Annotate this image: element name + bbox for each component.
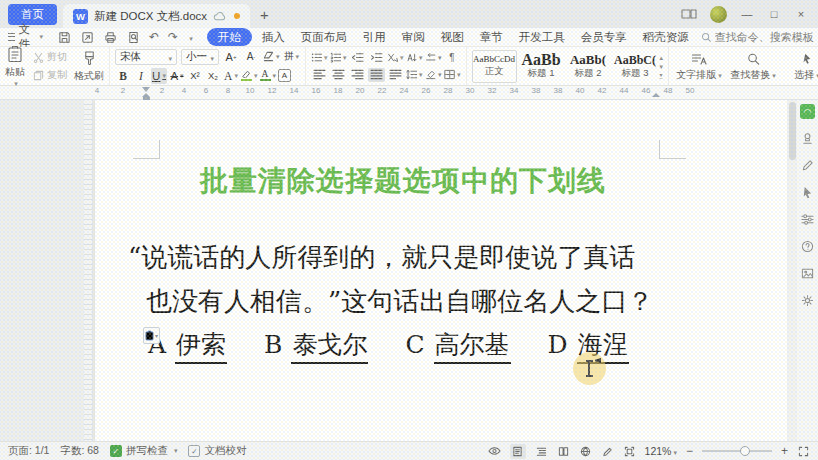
numbered-list-icon[interactable]: [330, 51, 347, 65]
edit-pen-icon[interactable]: [800, 158, 815, 173]
decrease-indent-icon[interactable]: [349, 51, 366, 65]
new-tab-button[interactable]: +: [260, 6, 269, 23]
highlight-color-button[interactable]: [241, 68, 258, 84]
style-card[interactable]: AaBb( 标题 2: [566, 50, 611, 83]
zoom-in-button[interactable]: +: [781, 444, 788, 458]
select-cursor-icon[interactable]: [800, 185, 815, 200]
ribbon-tab[interactable]: 开始: [207, 28, 252, 46]
stamp-icon[interactable]: [800, 131, 815, 146]
export-icon[interactable]: [80, 30, 94, 44]
zoom-out-button[interactable]: −: [686, 444, 693, 458]
cut-button[interactable]: 剪切: [32, 50, 67, 64]
print-icon[interactable]: [103, 30, 117, 44]
paste-options-button[interactable]: ▾: [143, 327, 160, 344]
web-view-icon[interactable]: [579, 445, 592, 458]
fullscreen-icon[interactable]: [797, 445, 810, 458]
save-icon[interactable]: [57, 30, 71, 44]
ribbon-tab[interactable]: 页面布局: [293, 29, 355, 46]
bullet-list-icon[interactable]: [311, 51, 328, 65]
align-right-icon[interactable]: [349, 68, 366, 82]
outline-view-icon[interactable]: [535, 445, 548, 458]
font-color-button[interactable]: A: [260, 68, 277, 84]
style-card[interactable]: AaBb 标题 1: [519, 50, 564, 83]
document-page[interactable]: 批量清除选择题选项中的下划线 “说谎话的人所得到的，就只是即使说了真话 也没有人…: [95, 100, 787, 441]
increase-font-icon[interactable]: A+: [223, 49, 239, 65]
align-left-icon[interactable]: [311, 68, 328, 82]
superscript-button[interactable]: X²: [187, 68, 203, 84]
undo-icon[interactable]: ↶: [149, 30, 159, 44]
page-view-icon[interactable]: [510, 444, 526, 459]
clear-format-icon[interactable]: [263, 49, 280, 65]
word-count[interactable]: 字数: 68: [60, 444, 99, 458]
redo-icon[interactable]: ↷: [168, 30, 178, 44]
shading-icon[interactable]: [425, 68, 442, 82]
align-center-icon[interactable]: [330, 68, 347, 82]
gear-icon[interactable]: [800, 293, 815, 308]
pen-mode-icon[interactable]: [601, 445, 614, 458]
ribbon-tab[interactable]: 会员专享: [573, 29, 635, 46]
user-avatar[interactable]: [710, 6, 727, 23]
two-page-view-icon[interactable]: [557, 445, 570, 458]
help-icon[interactable]: [800, 239, 815, 254]
adjust-settings-icon[interactable]: [800, 212, 815, 227]
minimize-button[interactable]: —: [740, 8, 754, 20]
zoom-level[interactable]: 121%: [645, 445, 677, 457]
style-scroll-down-icon[interactable]: ▾: [660, 62, 664, 71]
document-canvas[interactable]: 批量清除选择题选项中的下划线 “说谎话的人所得到的，就只是即使说了真话 也没有人…: [0, 100, 818, 441]
search-input[interactable]: [715, 31, 818, 43]
ribbon-tab[interactable]: 视图: [433, 29, 472, 46]
zoom-slider[interactable]: [702, 450, 772, 452]
document-tab[interactable]: W 新建 DOCX 文档.docx: [63, 4, 250, 28]
style-card[interactable]: AaBbC( 标题 3: [613, 50, 658, 83]
ribbon-tab[interactable]: 引用: [355, 29, 394, 46]
window-layout-icon[interactable]: [681, 8, 697, 21]
ribbon-tab[interactable]: 稻壳资源: [635, 29, 697, 46]
maximize-button[interactable]: □: [767, 8, 781, 20]
find-replace-button[interactable]: 查找替换: [728, 51, 778, 82]
vertical-scrollbar[interactable]: [787, 100, 797, 441]
copy-button[interactable]: 复制: [32, 68, 67, 82]
style-more-icon[interactable]: ▾̲: [660, 71, 664, 80]
proofread-button[interactable]: ✓ 文档校对: [188, 444, 246, 458]
ribbon-tab[interactable]: 章节: [472, 29, 511, 46]
bold-button[interactable]: B: [115, 68, 131, 84]
font-size-select[interactable]: 小一: [181, 49, 219, 65]
format-painter-button[interactable]: 格式刷: [74, 50, 104, 83]
ribbon-tab[interactable]: 插入: [254, 29, 293, 46]
spellcheck-toggle[interactable]: ✓ 拼写检查: [110, 444, 178, 458]
vertical-ruler[interactable]: [84, 100, 93, 441]
print-preview-icon[interactable]: [126, 30, 140, 44]
justify-icon[interactable]: [368, 68, 385, 82]
text-effect-button[interactable]: A: [223, 68, 239, 84]
zoom-slider-thumb[interactable]: [740, 446, 750, 456]
fit-page-icon[interactable]: [623, 445, 636, 458]
char-border-button[interactable]: A: [278, 69, 291, 82]
image-icon[interactable]: [800, 266, 815, 281]
close-button[interactable]: ×: [794, 8, 808, 20]
line-spacing-icon[interactable]: [406, 68, 423, 82]
italic-button[interactable]: I: [133, 68, 149, 84]
horizontal-ruler[interactable]: 42 2468101214161820222426283032343838404…: [0, 86, 818, 100]
underline-button[interactable]: U: [151, 68, 167, 84]
asian-layout-icon[interactable]: [387, 51, 404, 65]
style-card[interactable]: AaBbCcDd 正文: [472, 50, 517, 83]
strikethrough-button[interactable]: A: [169, 68, 185, 84]
pinyin-guide-icon[interactable]: 拼: [284, 49, 300, 65]
text-layout-button[interactable]: 文字排版: [674, 51, 724, 82]
right-indent-marker[interactable]: [652, 93, 660, 97]
font-name-select[interactable]: 宋体: [115, 49, 177, 65]
eye-protect-icon[interactable]: [488, 445, 501, 458]
increase-indent-icon[interactable]: [368, 51, 385, 65]
quickbar-dropdown-icon[interactable]: [187, 31, 193, 43]
command-search[interactable]: [701, 31, 818, 43]
select-button[interactable]: 选择: [782, 51, 818, 82]
decrease-font-icon[interactable]: A-: [243, 49, 259, 65]
sort-icon[interactable]: [406, 51, 423, 65]
scrollbar-thumb[interactable]: [789, 102, 796, 160]
ribbon-tab[interactable]: 开发工具: [511, 29, 573, 46]
text-direction-icon[interactable]: [425, 51, 442, 65]
first-line-indent-marker[interactable]: [142, 87, 150, 92]
borders-icon[interactable]: [444, 68, 461, 82]
subscript-button[interactable]: X₂: [205, 68, 221, 84]
ribbon-tab[interactable]: 审阅: [394, 29, 433, 46]
